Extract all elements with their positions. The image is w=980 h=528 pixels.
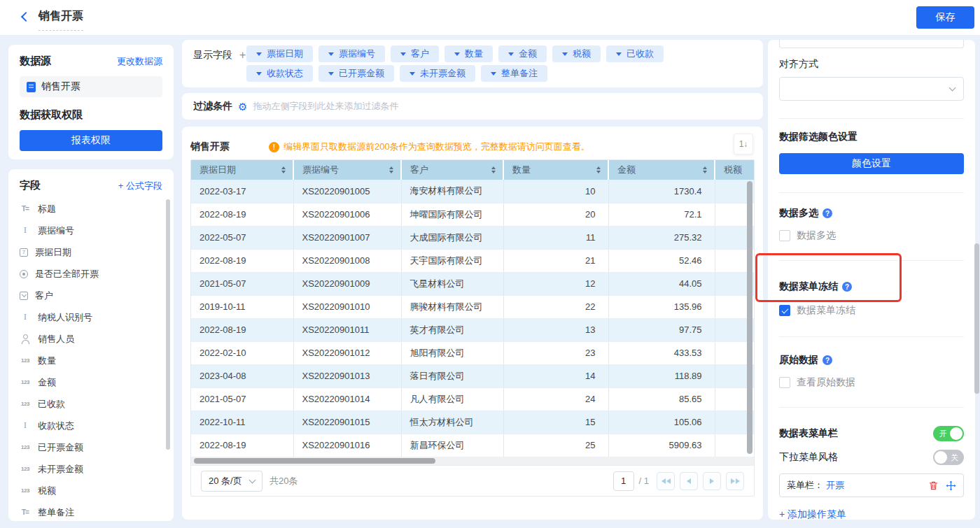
display-field-chip[interactable]: 票据编号 <box>318 45 385 62</box>
horizontal-scrollbar[interactable] <box>194 458 435 464</box>
table-scrollbar[interactable] <box>747 181 752 454</box>
display-field-chip[interactable]: 整单备注 <box>481 65 547 82</box>
column-header[interactable]: 客户 <box>401 160 503 180</box>
field-item[interactable]: 票据编号 <box>20 220 162 241</box>
gear-icon[interactable]: ⚙ <box>238 101 247 112</box>
table-row[interactable]: 2022-05-07 XS20220901007 大成国际有限公司 11 275… <box>191 226 754 249</box>
cell-customer: 飞星材料公司 <box>401 272 503 295</box>
total-count: 共20条 <box>270 475 298 487</box>
sort-icon[interactable] <box>491 166 496 173</box>
sort-icon[interactable] <box>389 166 393 173</box>
field-item[interactable]: 收款状态 <box>20 415 162 436</box>
menu-freeze-checkbox[interactable] <box>779 305 790 316</box>
display-field-chip[interactable]: 税额 <box>552 45 601 62</box>
display-field-chip[interactable]: 已开票金额 <box>318 65 394 82</box>
column-label: 票据日期 <box>200 164 236 176</box>
report-permission-button[interactable]: 报表权限 <box>20 130 162 151</box>
column-header[interactable]: 金额 <box>608 160 715 180</box>
raw-data-option[interactable]: 查看原始数据 <box>779 376 964 389</box>
cell-quantity: 10 <box>503 180 608 203</box>
delete-icon[interactable] <box>928 480 939 491</box>
back-button[interactable] <box>20 11 32 24</box>
cell-amount: 85.65 <box>608 387 715 411</box>
align-select[interactable] <box>779 77 964 101</box>
table-row[interactable]: 2021-05-07 XS20220901009 飞星材料公司 12 44.05 <box>191 272 754 295</box>
field-item[interactable]: 整单备注 <box>20 501 162 521</box>
prev-page-button[interactable] <box>680 472 698 490</box>
help-icon[interactable]: ? <box>822 355 832 365</box>
menubar-toggle[interactable]: 开 <box>933 426 964 441</box>
add-action-menu-link[interactable]: + 添加操作菜单 <box>779 508 846 520</box>
page-number-input[interactable]: 1 <box>613 471 634 491</box>
display-field-chip[interactable]: 金额 <box>498 45 547 62</box>
multi-select-option[interactable]: 数据多选 <box>779 229 964 242</box>
field-item[interactable]: 客户 <box>20 285 162 306</box>
table-row[interactable]: 2022-08-19 XS20220901016 新昌环保公司 25 5909.… <box>191 434 754 457</box>
field-item[interactable]: 销售人员 <box>20 328 162 350</box>
field-item[interactable]: 金额 <box>20 371 162 393</box>
table-row[interactable]: 2022-03-17 XS20220901005 海安材料有限公司 10 173… <box>191 180 754 203</box>
column-header[interactable]: 数量 <box>503 160 608 180</box>
display-field-chip[interactable]: 票据日期 <box>246 45 313 62</box>
sort-order-tool[interactable]: 1↓ <box>734 134 753 155</box>
field-item[interactable]: 票据日期 <box>20 241 162 263</box>
table-row[interactable]: 2022-10-11 XS20220901015 恒太方材料公司 15 105.… <box>191 411 754 434</box>
next-page-button[interactable] <box>703 472 721 490</box>
filter-color-title: 数据筛选颜色设置 <box>779 131 964 143</box>
table-row[interactable]: 2022-08-19 XS20220901011 英才有限公司 13 97.75 <box>191 318 754 341</box>
cell-customer: 新昌环保公司 <box>401 434 503 457</box>
display-field-chip[interactable]: 已收款 <box>606 45 664 62</box>
help-icon[interactable]: ? <box>842 282 852 292</box>
sort-icon[interactable] <box>703 166 707 173</box>
menu-item-box[interactable]: 菜单栏： 开票 <box>779 473 964 497</box>
field-label: 整单备注 <box>38 506 74 519</box>
first-page-button[interactable] <box>657 472 675 490</box>
chevron-down-icon <box>400 52 406 59</box>
display-field-chip[interactable]: 收款状态 <box>246 65 313 82</box>
color-settings-button[interactable]: 颜色设置 <box>779 153 964 174</box>
table-row[interactable]: 2022-08-19 XS20220901008 天宇国际有限公司 21 52.… <box>191 249 754 272</box>
sort-icon[interactable] <box>281 166 286 173</box>
table-row[interactable]: 2019-10-11 XS20220901010 腾骏材料有限公司 22 135… <box>191 295 754 318</box>
field-item[interactable]: 是否已全部开票 <box>20 263 162 285</box>
page-size-select[interactable]: 20 条/页 <box>201 471 262 492</box>
column-header[interactable]: 税额 <box>715 160 754 180</box>
chevron-down-icon <box>249 476 256 483</box>
table-row[interactable]: 2021-05-07 XS20220901014 凡人有限公司 24 85.65 <box>191 387 754 411</box>
fields-scrollbar[interactable] <box>166 199 170 450</box>
page-scrollbar[interactable] <box>974 243 979 394</box>
sort-icon[interactable] <box>596 166 601 173</box>
field-item[interactable]: 未开票金额 <box>20 458 162 480</box>
column-header[interactable]: 票据编号 <box>293 160 401 180</box>
dropdown-style-toggle[interactable]: 关 <box>933 450 964 465</box>
field-item[interactable]: 纳税人识别号 <box>20 306 162 328</box>
field-label: 税额 <box>38 485 56 497</box>
save-button[interactable]: 保存 <box>916 6 974 29</box>
move-icon[interactable] <box>946 480 956 491</box>
raw-data-checkbox[interactable] <box>779 377 790 388</box>
add-formula-field-link[interactable]: + 公式字段 <box>118 180 162 192</box>
menu-freeze-option[interactable]: 数据菜单冻结 <box>779 304 964 317</box>
table-row[interactable]: 2022-02-10 XS20220901012 旭阳有限公司 23 433.5… <box>191 341 754 364</box>
table-row[interactable]: 2022-08-19 XS20220901006 坤曜国际有限公司 20 72.… <box>191 203 754 226</box>
change-datasource-link[interactable]: 更改数据源 <box>117 55 162 68</box>
display-field-chip[interactable]: 客户 <box>391 45 439 62</box>
add-display-field-button[interactable]: + <box>239 49 246 62</box>
cell-number: XS20220901015 <box>293 411 401 434</box>
display-field-chip[interactable]: 未开票金额 <box>400 65 475 82</box>
multi-select-checkbox[interactable] <box>779 230 790 241</box>
column-label: 客户 <box>410 164 428 176</box>
multi-select-title: 数据多选 <box>779 207 818 220</box>
column-header[interactable]: 票据日期 <box>191 160 293 180</box>
datasource-item[interactable]: 销售开票 <box>20 76 162 97</box>
field-item[interactable]: 标题 <box>20 198 162 220</box>
help-icon[interactable]: ? <box>822 208 832 218</box>
field-item[interactable]: 税额 <box>20 480 162 501</box>
chevron-down-icon <box>949 85 956 92</box>
last-page-button[interactable] <box>726 472 744 490</box>
display-field-chip[interactable]: 数量 <box>444 45 493 62</box>
field-item[interactable]: 已开票金额 <box>20 436 162 458</box>
table-row[interactable]: 2023-04-08 XS20220901013 落日有限公司 14 118.8… <box>191 364 754 387</box>
field-item[interactable]: 已收款 <box>20 393 162 415</box>
field-item[interactable]: 数量 <box>20 350 162 371</box>
